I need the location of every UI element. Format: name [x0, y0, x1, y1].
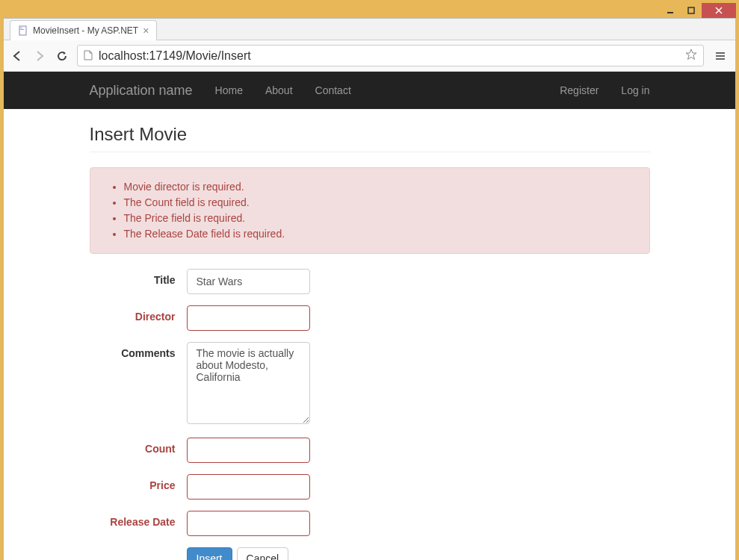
cancel-button[interactable]: Cancel	[237, 547, 289, 560]
url-input[interactable]: localhost:17149/Movie/Insert	[99, 49, 681, 63]
svg-rect-5	[716, 52, 725, 54]
svg-rect-7	[716, 58, 725, 60]
tab-close-icon[interactable]: ×	[143, 25, 149, 37]
svg-rect-4	[20, 29, 24, 30]
insert-button[interactable]: Insert	[187, 547, 232, 560]
label-comments: Comments	[90, 342, 187, 359]
bookmark-star-icon[interactable]	[685, 49, 697, 63]
validation-error: Movie director is required.	[124, 179, 634, 195]
page-container: Insert Movie Movie director is required.…	[78, 109, 661, 560]
browser-toolbar: localhost:17149/Movie/Insert	[4, 40, 735, 72]
nav-link-about[interactable]: About	[265, 84, 293, 96]
site-navbar: Application name Home About Contact Regi…	[4, 72, 735, 109]
movie-form: Title Director Comments	[90, 269, 650, 560]
form-group-director: Director	[90, 305, 650, 331]
label-director: Director	[90, 305, 187, 323]
page-viewport[interactable]: Application name Home About Contact Regi…	[4, 72, 735, 560]
label-title: Title	[90, 269, 187, 286]
nav-link-contact[interactable]: Contact	[315, 84, 351, 96]
browser-tab[interactable]: MovieInsert - My ASP.NET ×	[10, 20, 157, 40]
director-input[interactable]	[187, 305, 310, 331]
page-title: Insert Movie	[90, 124, 650, 152]
svg-rect-0	[667, 12, 673, 13]
validation-error: The Count field is required.	[124, 195, 634, 211]
comments-textarea[interactable]	[187, 342, 310, 424]
form-group-title: Title	[90, 269, 650, 294]
svg-rect-3	[20, 28, 22, 28]
window-close-button[interactable]	[702, 3, 736, 18]
browser-window: MovieInsert - My ASP.NET × localhost:171…	[3, 18, 736, 560]
title-input[interactable]	[187, 269, 310, 294]
window-titlebar	[3, 3, 736, 18]
validation-error: The Price field is required.	[124, 211, 634, 226]
release-date-input[interactable]	[187, 511, 310, 536]
forward-button[interactable]	[32, 49, 47, 63]
form-group-release-date: Release Date	[90, 511, 650, 536]
form-actions: Insert Cancel	[187, 547, 650, 560]
navbar-brand[interactable]: Application name	[90, 83, 193, 99]
nav-link-home[interactable]: Home	[215, 84, 243, 96]
svg-rect-6	[716, 55, 725, 57]
nav-link-register[interactable]: Register	[560, 84, 599, 96]
window-minimize-button[interactable]	[660, 3, 681, 18]
form-group-count: Count	[90, 438, 650, 463]
nav-link-login[interactable]: Log in	[621, 84, 649, 96]
label-release-date: Release Date	[90, 511, 187, 528]
form-group-price: Price	[90, 474, 650, 500]
label-count: Count	[90, 438, 187, 455]
validation-summary: Movie director is required. The Count fi…	[90, 167, 650, 254]
validation-error: The Release Date field is required.	[124, 226, 634, 242]
browser-tabstrip: MovieInsert - My ASP.NET ×	[4, 19, 735, 40]
tab-title: MovieInsert - My ASP.NET	[33, 25, 138, 36]
reload-button[interactable]	[55, 49, 69, 63]
window-maximize-button[interactable]	[681, 3, 702, 18]
form-group-comments: Comments	[90, 342, 650, 426]
count-input[interactable]	[187, 438, 310, 463]
window-frame: MovieInsert - My ASP.NET × localhost:171…	[0, 0, 739, 560]
back-button[interactable]	[10, 49, 25, 63]
label-price: Price	[90, 474, 187, 491]
price-input[interactable]	[187, 474, 310, 500]
tab-favicon-icon	[18, 25, 28, 36]
url-text: localhost:17149/Movie/Insert	[99, 49, 251, 62]
svg-rect-1	[688, 7, 694, 13]
page-icon	[84, 50, 94, 62]
svg-rect-2	[19, 26, 26, 35]
address-bar[interactable]: localhost:17149/Movie/Insert	[77, 45, 704, 66]
browser-menu-button[interactable]	[711, 47, 729, 65]
